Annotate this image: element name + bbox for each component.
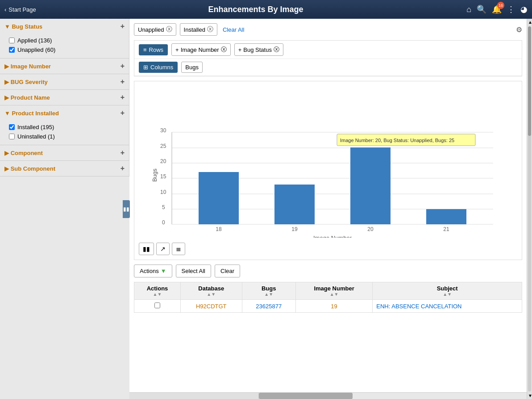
pivot-columns-label: ⊞ Columns <box>139 62 178 73</box>
select-all-button[interactable]: Select All <box>176 265 211 277</box>
expand-icon-bug-severity: ▶ <box>4 79 11 85</box>
expand-icon-component: ▶ <box>4 150 11 156</box>
settings-icon-button[interactable]: ⚙ <box>516 25 522 34</box>
th-image-number-sort-icon[interactable]: ▲▼ <box>330 292 339 297</box>
filter-bar: Unapplied ⓧ Installed ⓧ Clear All ⚙ <box>134 23 522 36</box>
bar-20[interactable] <box>350 147 391 224</box>
columns-label-text: Columns <box>150 64 173 71</box>
clear-label: Clear <box>220 268 234 274</box>
sidebar-header-bug-severity[interactable]: ▶ BUG Severity + <box>0 74 129 89</box>
add-bug-status-icon[interactable]: + <box>121 22 125 30</box>
database-link[interactable]: H92CDTGT <box>196 303 227 310</box>
pivot-image-number-item: + Image Number ⓧ <box>171 43 231 56</box>
line-chart-button[interactable]: ↗ <box>156 243 170 255</box>
applied-label[interactable]: Applied (136) <box>17 37 52 44</box>
th-bugs-sort-icon[interactable]: ▲▼ <box>264 292 273 297</box>
clear-all-link[interactable]: Clear All <box>223 26 244 33</box>
th-actions-sort-icon[interactable]: ▲▼ <box>153 292 162 297</box>
svg-text:Image Number: 20, Bug Status: : Image Number: 20, Bug Status: Unapplied,… <box>340 138 454 143</box>
sidebar-header-image-number[interactable]: ▶ Image Number + <box>0 59 129 74</box>
row-checkbox[interactable] <box>154 302 160 308</box>
actions-bar: Actions ▼ Select All Clear <box>134 265 522 277</box>
sidebar-header-product-installed[interactable]: ▼ Product Installed + <box>0 105 129 121</box>
actions-dropdown-button[interactable]: Actions ▼ <box>134 265 172 277</box>
sidebar-label-product-installed: Product Installed <box>12 110 58 117</box>
sidebar-header-component[interactable]: ▶ Component + <box>0 145 129 160</box>
add-product-name-icon[interactable]: + <box>121 93 125 101</box>
svg-text:5: 5 <box>162 204 165 210</box>
rows-icon: ≡ <box>143 46 147 53</box>
sidebar-section-product-installed: ▼ Product Installed + Installed (195) Un… <box>0 105 129 145</box>
sidebar-collapse-button[interactable]: ▮▮ <box>123 200 130 218</box>
pivot-image-number-add-icon: + <box>175 46 179 53</box>
add-product-installed-icon[interactable]: + <box>121 109 125 117</box>
unapplied-checkbox[interactable] <box>9 47 15 53</box>
applied-checkbox[interactable] <box>9 38 15 43</box>
table-body: H92CDTGT 23625877 19 ENH: ABSENCE CANCEL… <box>134 300 522 313</box>
add-image-number-icon[interactable]: + <box>121 62 125 70</box>
unapplied-label[interactable]: Unapplied (60) <box>17 46 55 53</box>
clear-button[interactable]: Clear <box>215 265 240 277</box>
scroll-down-arrow[interactable]: ▼ <box>527 392 532 399</box>
sidebar-label-bug-severity: BUG Severity <box>11 79 48 85</box>
list-item: Unapplied (60) <box>9 45 125 55</box>
pivot-image-number-remove-icon[interactable]: ⓧ <box>221 46 227 54</box>
svg-text:10: 10 <box>160 189 166 195</box>
svg-text:30: 30 <box>160 127 166 134</box>
sidebar-section-sub-component: ▶ Sub Component + <box>0 161 129 176</box>
svg-text:0: 0 <box>162 219 165 226</box>
expand-icon-product-installed: ▼ <box>4 110 12 117</box>
sidebar-wrapper: ▼ Bug Status + Applied (136) Unapplied (… <box>0 19 129 399</box>
th-subject: Subject ▲▼ <box>373 282 522 300</box>
sidebar-content-product-installed: Installed (195) Uninstalled (1) <box>0 121 129 145</box>
scroll-up-arrow[interactable]: ▲ <box>527 19 532 25</box>
bar-chart: 0 5 10 15 20 25 30 <box>139 86 517 238</box>
installed-checkbox[interactable] <box>9 124 15 130</box>
bar-19[interactable] <box>274 185 315 224</box>
bar-chart-button[interactable]: ▮▮ <box>139 243 154 255</box>
td-database: H92CDTGT <box>180 300 242 313</box>
home-icon[interactable]: ⌂ <box>466 5 471 14</box>
horizontal-scrollbar[interactable] <box>259 393 527 399</box>
filter-tag-installed-remove[interactable]: ⓧ <box>207 25 213 34</box>
add-bug-severity-icon[interactable]: + <box>121 78 125 86</box>
notification-icon[interactable]: 🔔 16 <box>492 4 502 14</box>
sidebar-label-sub-component: Sub Component <box>11 165 55 172</box>
uninstalled-label[interactable]: Uninstalled (1) <box>17 133 55 140</box>
add-sub-component-icon[interactable]: + <box>121 164 125 172</box>
bottom-scrollbar-area <box>129 392 527 399</box>
pivot-bugs-item: Bugs <box>181 62 203 73</box>
bugs-link[interactable]: 23625877 <box>256 303 282 310</box>
vertical-scrollbar[interactable]: ▲ ▼ <box>527 19 532 399</box>
subject-link[interactable]: ENH: ABSENCE CANCELATION <box>376 303 461 310</box>
data-table: Actions ▲▼ Database ▲▼ B <box>134 282 522 313</box>
th-subject-sort-icon[interactable]: ▲▼ <box>443 292 452 297</box>
navigation-icon[interactable]: ◕ <box>520 4 528 14</box>
back-button[interactable]: ‹ Start Page <box>4 6 36 13</box>
add-component-icon[interactable]: + <box>121 149 125 157</box>
pivot-bug-status-label: Bug Status <box>243 46 272 53</box>
search-icon[interactable]: 🔍 <box>477 4 486 14</box>
sidebar-section-bug-status: ▼ Bug Status + Applied (136) Unapplied (… <box>0 19 129 59</box>
pivot-bug-status-add-icon: + <box>238 46 242 53</box>
bar-21[interactable] <box>426 209 466 224</box>
th-actions: Actions ▲▼ <box>134 282 181 300</box>
table-chart-button[interactable]: ≣ <box>172 243 185 255</box>
uninstalled-checkbox[interactable] <box>9 134 15 139</box>
vertical-scroll-thumb[interactable] <box>528 26 531 136</box>
filter-tag-unapplied-remove[interactable]: ⓧ <box>166 25 172 34</box>
expand-icon-bug-status: ▼ <box>4 23 12 30</box>
sidebar-header-bug-status[interactable]: ▼ Bug Status + <box>0 19 129 34</box>
td-subject: ENH: ABSENCE CANCELATION <box>373 300 522 313</box>
sidebar-header-sub-component[interactable]: ▶ Sub Component + <box>0 161 129 176</box>
th-database-sort-icon[interactable]: ▲▼ <box>207 292 216 297</box>
sidebar-section-bug-severity: ▶ BUG Severity + <box>0 74 129 90</box>
sidebar-header-product-name[interactable]: ▶ Product Name + <box>0 90 129 105</box>
pivot-bug-status-remove-icon[interactable]: ⓧ <box>274 46 279 54</box>
content-main: Unapplied ⓧ Installed ⓧ Clear All ⚙ ≡ Ro… <box>129 19 527 392</box>
bar-18[interactable] <box>199 172 239 224</box>
horizontal-scroll-thumb[interactable] <box>259 393 353 399</box>
pivot-image-number-label: Image Number <box>181 46 219 53</box>
installed-label[interactable]: Installed (195) <box>17 124 54 130</box>
more-options-icon[interactable]: ⋮ <box>507 4 515 14</box>
